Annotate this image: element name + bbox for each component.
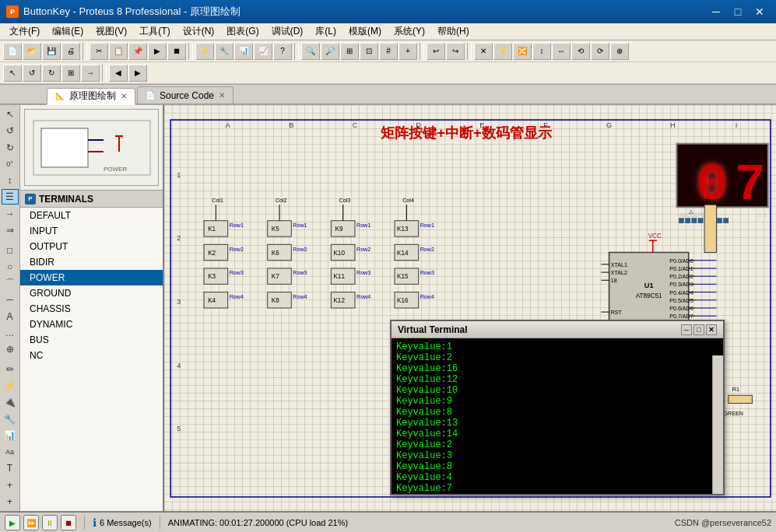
tb-zoom-fit[interactable]: ⊞ xyxy=(340,43,359,60)
tb-b2[interactable]: ⏹ xyxy=(167,43,186,60)
comp-item-ground[interactable]: GROUND xyxy=(20,285,163,301)
tb-grid[interactable]: # xyxy=(379,43,398,60)
tb-zoom-out[interactable]: 🔎 xyxy=(321,43,339,60)
tb-save2[interactable]: 🖨 xyxy=(61,43,80,60)
step-button[interactable]: ⏩ xyxy=(23,515,39,530)
lt-symbol[interactable]: … xyxy=(2,325,19,341)
schematic-area[interactable]: 矩阵按键+中断+数码管显示 A B C D E F G H I 1 2 3 4 … xyxy=(164,105,776,511)
lt-tool[interactable]: 🔧 xyxy=(2,411,19,427)
lt-component[interactable]: ☰ xyxy=(2,189,19,205)
lt-select[interactable]: ↖ xyxy=(2,107,19,122)
lt-redo[interactable]: ↻ xyxy=(2,139,19,155)
tb2-b7[interactable]: ▶ xyxy=(128,65,147,82)
svg-text:K2: K2 xyxy=(208,250,216,257)
tb2-b5[interactable]: → xyxy=(81,65,100,82)
comp-item-nc[interactable]: NC xyxy=(20,348,163,363)
tb-save[interactable]: 💾 xyxy=(42,43,61,60)
tb-open[interactable]: 📂 xyxy=(23,43,41,60)
tb-zoom-sel[interactable]: ⊡ xyxy=(360,43,378,60)
tb-b11[interactable]: 🔀 xyxy=(513,43,532,60)
lt-add2[interactable]: + xyxy=(2,494,19,509)
comp-item-bus[interactable]: BUS xyxy=(20,332,163,348)
comp-item-output[interactable]: OUTPUT xyxy=(20,239,163,254)
lt-line[interactable]: ─ xyxy=(2,292,19,307)
tb-copy[interactable]: 📋 xyxy=(109,43,128,60)
lt-rect[interactable]: □ xyxy=(2,243,19,258)
vt-close[interactable]: ✕ xyxy=(706,324,717,335)
lt-ellipse[interactable]: ○ xyxy=(2,259,19,275)
play-button[interactable]: ▶ xyxy=(5,515,20,530)
tab-schematic[interactable]: 📐 原理图绘制 ✕ xyxy=(47,88,135,105)
tb-new[interactable]: 📄 xyxy=(3,43,22,60)
comp-item-dynamic[interactable]: DYNAMIC xyxy=(20,317,163,332)
tb-b9[interactable]: ✕ xyxy=(474,43,493,60)
tb2-b4[interactable]: ⊞ xyxy=(61,65,80,82)
lt-port[interactable]: 🔌 xyxy=(2,394,19,410)
lt-probe[interactable]: ✏ xyxy=(2,362,19,377)
lt-undo[interactable]: ↺ xyxy=(2,123,19,138)
tb-b13[interactable]: ↔ xyxy=(552,43,571,60)
pause-button[interactable]: ⏸ xyxy=(42,515,58,530)
tb-b6[interactable]: 📈 xyxy=(254,43,272,60)
menu-item-D[interactable]: 调试(D) xyxy=(265,24,310,38)
menu-item-G[interactable]: 图表(G) xyxy=(220,24,265,38)
tb-b10[interactable]: ⚡ xyxy=(493,43,512,60)
comp-item-default[interactable]: DEFAULT xyxy=(20,208,163,223)
source-tab-close[interactable]: ✕ xyxy=(219,91,225,100)
menu-item-N[interactable]: 设计(N) xyxy=(177,24,221,38)
tb-b5[interactable]: 📊 xyxy=(234,43,253,60)
tab-source[interactable]: 📄 Source Code ✕ xyxy=(137,86,234,103)
menu-item-H[interactable]: 帮助(H) xyxy=(431,24,476,38)
menu-item-Y[interactable]: 系统(Y) xyxy=(388,24,431,38)
tb2-b2[interactable]: ↺ xyxy=(23,65,41,82)
vt-title-bar[interactable]: Virtual Terminal ─ □ ✕ xyxy=(392,321,723,338)
comp-item-input[interactable]: INPUT xyxy=(20,223,163,239)
tb-b8[interactable]: + xyxy=(399,43,417,60)
tb-redo[interactable]: ↪ xyxy=(446,43,465,60)
lt-cross[interactable]: ⊕ xyxy=(2,341,19,357)
tb-b12[interactable]: ↕ xyxy=(532,43,551,60)
minimize-button[interactable]: ─ xyxy=(706,4,726,19)
vt-scrollbar[interactable] xyxy=(712,355,723,494)
tb-zoom-in[interactable]: 🔍 xyxy=(301,43,320,60)
tb-paste[interactable]: 📌 xyxy=(128,43,147,60)
lt-text-a[interactable]: A xyxy=(2,308,19,324)
tb2-b6[interactable]: ◀ xyxy=(109,65,128,82)
lt-label[interactable]: T xyxy=(2,460,19,476)
stop-button[interactable]: ⏹ xyxy=(61,515,76,530)
vt-minimize[interactable]: ─ xyxy=(681,324,692,335)
lt-graph[interactable]: 📊 xyxy=(2,428,19,443)
tb-cut[interactable]: ✂ xyxy=(90,43,108,60)
menu-item-L[interactable]: 库(L) xyxy=(309,24,342,38)
lt-add1[interactable]: + xyxy=(2,477,19,492)
lt-mirror[interactable]: ↕ xyxy=(2,173,19,188)
menu-item-E[interactable]: 编辑(E) xyxy=(46,24,90,38)
lt-bus[interactable]: ⇒ xyxy=(2,222,19,238)
tb-b14[interactable]: ⟲ xyxy=(571,43,590,60)
lt-wire[interactable]: → xyxy=(2,205,19,221)
lt-arc[interactable]: ⌒ xyxy=(2,275,19,291)
comp-item-chassis[interactable]: CHASSIS xyxy=(20,301,163,317)
tb-b15[interactable]: ⟳ xyxy=(591,43,609,60)
tb-b1[interactable]: ▶ xyxy=(148,43,167,60)
tb-b7[interactable]: ? xyxy=(273,43,292,60)
comp-item-bidir[interactable]: BIDIR xyxy=(20,254,163,270)
tb-b16[interactable]: ⊕ xyxy=(610,43,629,60)
tb2-b1[interactable]: ↖ xyxy=(3,65,22,82)
lt-rotate[interactable]: 0° xyxy=(2,156,19,172)
vt-maximize[interactable]: □ xyxy=(693,324,704,335)
maximize-button[interactable]: □ xyxy=(728,4,748,19)
menu-item-T[interactable]: 工具(T) xyxy=(133,24,176,38)
menu-item-V[interactable]: 视图(V) xyxy=(90,24,133,38)
tb2-b3[interactable]: ↻ xyxy=(42,65,61,82)
tb-undo[interactable]: ↩ xyxy=(427,43,445,60)
close-button[interactable]: ✕ xyxy=(750,4,770,19)
lt-annot[interactable]: Aa xyxy=(2,444,19,460)
tb-b3[interactable]: ⚡ xyxy=(195,43,214,60)
schematic-tab-close[interactable]: ✕ xyxy=(121,92,127,100)
comp-item-power[interactable]: POWER xyxy=(20,270,163,285)
menu-item-M[interactable]: 模版(M) xyxy=(342,24,388,38)
menu-item-F[interactable]: 文件(F) xyxy=(3,24,46,38)
lt-power[interactable]: ⚡ xyxy=(2,378,19,394)
tb-b4[interactable]: 🔧 xyxy=(215,43,234,60)
